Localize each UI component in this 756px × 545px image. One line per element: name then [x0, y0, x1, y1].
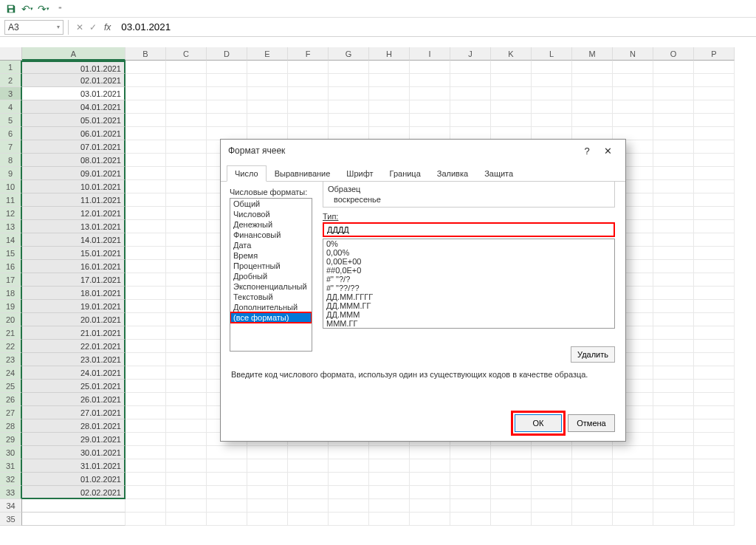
- cell[interactable]: 24.01.2021: [22, 366, 126, 380]
- cell[interactable]: [532, 74, 572, 87]
- cell[interactable]: [166, 167, 207, 180]
- cell[interactable]: [694, 486, 735, 499]
- cell[interactable]: 27.01.2021: [22, 406, 126, 419]
- cell[interactable]: [653, 326, 694, 340]
- cell[interactable]: [653, 353, 694, 366]
- cell[interactable]: [207, 486, 247, 499]
- category-item[interactable]: Общий: [230, 199, 312, 209]
- row-header[interactable]: 9: [0, 167, 22, 180]
- cell[interactable]: [653, 220, 694, 233]
- cell[interactable]: [369, 499, 410, 513]
- cell[interactable]: [613, 486, 653, 499]
- row-header[interactable]: 31: [0, 459, 22, 473]
- column-header[interactable]: G: [329, 47, 369, 61]
- cell[interactable]: [450, 114, 491, 127]
- cell[interactable]: [166, 260, 207, 273]
- cell[interactable]: 30.01.2021: [22, 446, 126, 459]
- cell[interactable]: 25.01.2021: [22, 380, 126, 393]
- cell[interactable]: [450, 61, 491, 74]
- cell[interactable]: 17.01.2021: [22, 273, 126, 287]
- cell[interactable]: [288, 100, 329, 114]
- cell[interactable]: [450, 446, 491, 459]
- cell[interactable]: [450, 473, 491, 486]
- select-all-corner[interactable]: [0, 47, 22, 61]
- tab-граница[interactable]: Граница: [382, 165, 429, 182]
- cell[interactable]: [166, 74, 207, 87]
- cell[interactable]: [653, 433, 694, 446]
- cell[interactable]: [369, 100, 410, 114]
- cell[interactable]: [491, 486, 532, 499]
- cell[interactable]: [126, 486, 166, 499]
- cell[interactable]: [166, 380, 207, 393]
- format-code-item[interactable]: ДД.ММ.ГГГГ: [323, 292, 614, 301]
- cell[interactable]: [329, 486, 369, 499]
- cell[interactable]: [694, 220, 735, 233]
- cell[interactable]: [653, 233, 694, 247]
- ok-button[interactable]: ОК: [515, 414, 562, 432]
- redo-icon[interactable]: ↷▾: [37, 2, 50, 16]
- row-header[interactable]: 21: [0, 326, 22, 340]
- cell[interactable]: [450, 513, 491, 526]
- cell[interactable]: [410, 114, 450, 127]
- cell[interactable]: [694, 433, 735, 446]
- cell[interactable]: [288, 87, 329, 100]
- cell[interactable]: [166, 473, 207, 486]
- cell[interactable]: 22.01.2021: [22, 340, 126, 353]
- cell[interactable]: [126, 380, 166, 393]
- column-header[interactable]: A: [22, 47, 126, 61]
- cell[interactable]: [491, 74, 532, 87]
- cell[interactable]: [653, 273, 694, 287]
- cell[interactable]: [653, 486, 694, 499]
- row-header[interactable]: 15: [0, 247, 22, 260]
- cell[interactable]: [369, 486, 410, 499]
- cell[interactable]: 18.01.2021: [22, 287, 126, 300]
- cell[interactable]: [126, 273, 166, 287]
- format-code-item[interactable]: #" "??/??: [323, 284, 614, 292]
- cell[interactable]: [166, 486, 207, 499]
- cell[interactable]: [653, 499, 694, 513]
- cell[interactable]: [694, 300, 735, 313]
- cell[interactable]: [126, 114, 166, 127]
- cell[interactable]: [532, 513, 572, 526]
- cell[interactable]: [247, 446, 288, 459]
- cell[interactable]: [126, 87, 166, 100]
- tab-выравнивание[interactable]: Выравнивание: [267, 165, 339, 182]
- cell[interactable]: [653, 247, 694, 260]
- cell[interactable]: [126, 167, 166, 180]
- cell[interactable]: [450, 74, 491, 87]
- cell[interactable]: [491, 499, 532, 513]
- cell[interactable]: [288, 74, 329, 87]
- row-header[interactable]: 33: [0, 486, 22, 499]
- cell[interactable]: [207, 61, 247, 74]
- cell[interactable]: [694, 446, 735, 459]
- cell[interactable]: [166, 61, 207, 74]
- cell[interactable]: [694, 167, 735, 180]
- cell[interactable]: [694, 340, 735, 353]
- category-item[interactable]: Дата: [230, 240, 312, 250]
- cell[interactable]: [329, 459, 369, 473]
- cell[interactable]: [410, 473, 450, 486]
- cell[interactable]: [166, 180, 207, 193]
- cell[interactable]: [653, 74, 694, 87]
- cell[interactable]: [247, 499, 288, 513]
- cell[interactable]: [653, 100, 694, 114]
- cell[interactable]: [22, 499, 126, 513]
- cell[interactable]: [410, 87, 450, 100]
- cell[interactable]: [126, 419, 166, 433]
- undo-icon[interactable]: ↶▾: [21, 2, 34, 16]
- cell[interactable]: [126, 154, 166, 167]
- cell[interactable]: [532, 473, 572, 486]
- cell[interactable]: 11.01.2021: [22, 193, 126, 207]
- cell[interactable]: [166, 459, 207, 473]
- cell[interactable]: [613, 513, 653, 526]
- cell[interactable]: [532, 446, 572, 459]
- cell[interactable]: [166, 100, 207, 114]
- cell[interactable]: [369, 87, 410, 100]
- format-code-item[interactable]: 0,00%: [323, 248, 614, 257]
- cell[interactable]: [572, 513, 613, 526]
- cell[interactable]: [207, 513, 247, 526]
- cell[interactable]: [653, 513, 694, 526]
- cell[interactable]: [572, 446, 613, 459]
- cell[interactable]: [410, 61, 450, 74]
- cell[interactable]: [694, 100, 735, 114]
